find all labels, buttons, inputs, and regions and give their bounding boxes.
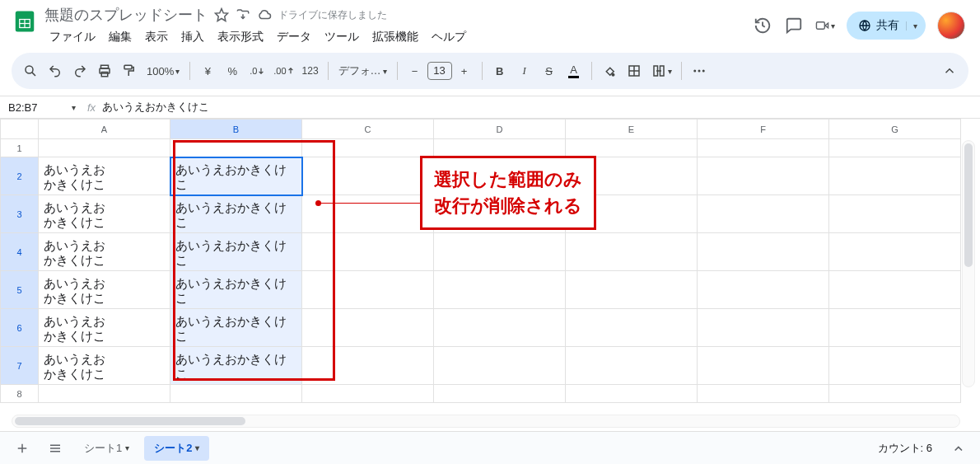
cell[interactable] (302, 139, 434, 157)
italic-btn[interactable]: I (514, 59, 535, 82)
cell[interactable] (698, 157, 829, 195)
zoom-select[interactable]: 100%▾ (143, 65, 183, 77)
cell[interactable] (566, 139, 698, 157)
select-all-corner[interactable] (1, 120, 39, 139)
cell[interactable] (698, 271, 829, 309)
cell[interactable]: あいうえおかきくけこ (170, 233, 302, 271)
inc-decimal-btn[interactable]: .00 (271, 59, 296, 82)
menu-view[interactable]: 表示 (140, 26, 173, 48)
menu-file[interactable]: ファイル (44, 26, 100, 48)
number-format-btn[interactable]: 123 (300, 59, 321, 82)
history-icon[interactable] (753, 16, 772, 35)
fill-color-btn[interactable] (599, 59, 620, 82)
comment-icon[interactable] (784, 16, 804, 35)
meet-icon[interactable]: ▾ (815, 16, 835, 35)
cell[interactable] (698, 233, 829, 271)
row-header[interactable]: 4 (1, 233, 39, 271)
cell[interactable] (302, 347, 434, 385)
menu-data[interactable]: データ (272, 26, 316, 48)
cell[interactable] (39, 139, 170, 157)
add-sheet-btn[interactable] (8, 436, 36, 461)
paint-format-icon[interactable] (119, 59, 140, 82)
cell[interactable]: あいうえおかきくけこ (170, 309, 302, 347)
cell[interactable] (829, 271, 961, 309)
cell[interactable] (829, 385, 961, 403)
cell[interactable]: あいうえお かきくけこ (39, 233, 170, 271)
collapse-toolbar-icon[interactable] (939, 59, 960, 82)
cell[interactable] (434, 385, 566, 403)
undo-icon[interactable] (44, 59, 66, 82)
bold-btn[interactable]: B (489, 59, 511, 82)
cell[interactable] (434, 139, 566, 157)
col-header[interactable]: A (39, 120, 170, 139)
col-header[interactable]: E (566, 120, 698, 139)
cell[interactable]: あいうえおかきくけこ (170, 271, 302, 309)
row-header[interactable]: 8 (1, 385, 39, 403)
row-header[interactable]: 1 (1, 139, 39, 157)
sheet-tab[interactable]: シート2▾ (144, 436, 209, 461)
cell[interactable]: あいうえおかきくけこ (170, 157, 302, 195)
cell[interactable] (302, 309, 434, 347)
cell[interactable] (829, 309, 961, 347)
doc-title[interactable]: 無題のスプレッドシート (44, 5, 208, 25)
more-icon[interactable] (688, 59, 710, 82)
text-color-btn[interactable]: A (563, 59, 585, 82)
cell[interactable] (302, 195, 434, 233)
cell[interactable]: あいうえお かきくけこ (39, 195, 170, 233)
cell[interactable] (566, 233, 698, 271)
cell[interactable] (302, 157, 434, 195)
col-header[interactable]: C (302, 120, 434, 139)
font-select[interactable]: デフォ…▾ (335, 63, 390, 78)
cell[interactable] (829, 233, 961, 271)
row-header[interactable]: 7 (1, 347, 39, 385)
menu-insert[interactable]: 挿入 (176, 26, 209, 48)
menu-tools[interactable]: ツール (320, 26, 364, 48)
menu-ext[interactable]: 拡張機能 (367, 26, 423, 48)
redo-icon[interactable] (69, 59, 91, 82)
font-dec-btn[interactable]: − (404, 59, 426, 82)
cell[interactable] (829, 195, 961, 233)
cell[interactable] (302, 233, 434, 271)
cell[interactable] (302, 271, 434, 309)
menu-help[interactable]: ヘルプ (427, 26, 471, 48)
share-dropdown-icon[interactable]: ▾ (906, 21, 917, 30)
explore-icon[interactable] (944, 436, 972, 461)
cell[interactable] (566, 347, 698, 385)
cell[interactable] (698, 139, 829, 157)
cell[interactable] (829, 139, 961, 157)
row-header[interactable]: 5 (1, 271, 39, 309)
all-sheets-btn[interactable] (41, 436, 69, 461)
sheet-tab[interactable]: シート1▾ (74, 436, 139, 461)
dec-decimal-btn[interactable]: .0 (246, 59, 268, 82)
cell[interactable] (698, 309, 829, 347)
row-header[interactable]: 6 (1, 309, 39, 347)
col-header[interactable]: F (698, 120, 829, 139)
row-header[interactable]: 3 (1, 195, 39, 233)
cell[interactable] (829, 347, 961, 385)
cell[interactable]: あいうえお かきくけこ (39, 157, 170, 195)
cell[interactable] (39, 385, 170, 403)
account-avatar[interactable] (937, 12, 965, 40)
merge-btn[interactable]: ▾ (648, 59, 674, 82)
borders-btn[interactable] (623, 59, 645, 82)
star-icon[interactable] (214, 7, 229, 22)
share-button[interactable]: 共有 ▾ (847, 12, 926, 40)
cell[interactable]: あいうえお かきくけこ (39, 347, 170, 385)
cell[interactable] (566, 309, 698, 347)
percent-btn[interactable]: % (222, 59, 243, 82)
cell[interactable] (434, 233, 566, 271)
strike-btn[interactable]: S (539, 59, 560, 82)
formula-bar[interactable]: あいうえおかきくけこ (102, 100, 209, 115)
font-inc-btn[interactable]: + (454, 59, 475, 82)
font-size-input[interactable]: 13 (427, 62, 452, 80)
cell[interactable] (829, 157, 961, 195)
cell[interactable] (698, 347, 829, 385)
col-header[interactable]: D (434, 120, 566, 139)
cell[interactable] (434, 271, 566, 309)
cell[interactable]: あいうえおかきくけこ (170, 347, 302, 385)
cell[interactable] (698, 385, 829, 403)
row-header[interactable]: 2 (1, 157, 39, 195)
name-box[interactable]: B2:B7▾ (8, 101, 81, 114)
menu-format[interactable]: 表示形式 (212, 26, 268, 48)
search-icon[interactable] (20, 59, 41, 82)
